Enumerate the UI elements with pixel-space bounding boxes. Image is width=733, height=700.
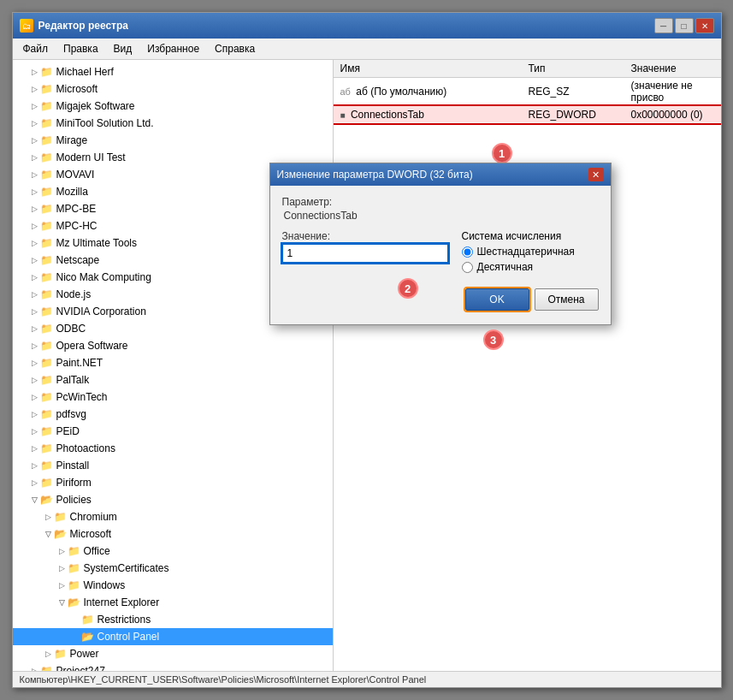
tree-item-pinstall[interactable]: ▷ 📁 Pinstall [13, 457, 333, 474]
expand-arrow: ▷ [57, 580, 68, 590]
tree-panel[interactable]: ▷ 📁 Michael Herf ▷ 📁 Microsoft ▷ 📁 Migaj… [13, 60, 334, 671]
tree-item-paintnet[interactable]: ▷ 📁 Paint.NET [13, 354, 333, 371]
tree-item-photoactions[interactable]: ▷ 📁 Photoactions [13, 440, 333, 457]
window-controls: ─ □ ✕ [654, 18, 714, 33]
tree-item-pcwintech[interactable]: ▷ 📁 PcWinTech [13, 389, 333, 406]
tree-label: Paint.NET [56, 357, 103, 369]
menu-view[interactable]: Вид [107, 40, 139, 57]
expand-arrow: ▷ [30, 426, 40, 436]
menu-edit[interactable]: Правка [56, 40, 105, 57]
tree-item-pdfsvg[interactable]: ▷ 📁 pdfsvg [13, 406, 333, 423]
tree-label: Windows [84, 579, 126, 591]
badge-2: 2 [398, 278, 418, 299]
radio-hex-option[interactable]: Шестнадцатеричная [462, 246, 599, 258]
tree-label: Netscape [56, 254, 100, 266]
tree-item-paltalk[interactable]: ▷ 📁 PalTalk [13, 371, 333, 389]
expand-arrow: ▷ [30, 135, 40, 145]
folder-icon: 📁 [40, 271, 54, 283]
tree-item-opera[interactable]: ▷ 📁 Opera Software [13, 337, 333, 354]
tree-item-migajek[interactable]: ▷ 📁 Migajek Software [13, 98, 333, 115]
tree-label: PcWinTech [56, 391, 108, 403]
radio-hex[interactable] [462, 246, 473, 258]
tree-item-systemcerts[interactable]: ▷ 📁 SystemCertificates [13, 560, 333, 577]
tree-item-control-panel[interactable]: 📂 Control Panel [13, 628, 333, 645]
tree-item-windows[interactable]: ▷ 📁 Windows [13, 577, 333, 594]
badge-1: 1 [492, 143, 512, 163]
tree-item-minitool[interactable]: ▷ 📁 MiniTool Solution Ltd. [13, 115, 333, 132]
value-input[interactable] [282, 244, 448, 263]
cancel-button[interactable]: Отмена [535, 288, 599, 311]
tree-item-office[interactable]: ▷ 📁 Office [13, 543, 333, 560]
tree-label: pdfsvg [56, 408, 86, 420]
folder-icon: 📁 [40, 425, 54, 437]
dialog-title-bar: Изменение параметра DWORD (32 бита) ✕ [270, 163, 611, 186]
tree-item-policies[interactable]: ▽ 📂 Policies [13, 491, 333, 508]
menu-file[interactable]: Файл [16, 40, 56, 57]
tree-label: Internet Explorer [84, 596, 160, 608]
folder-icon: 📁 [40, 306, 54, 317]
minimize-button[interactable]: ─ [654, 18, 673, 33]
tree-item-michael-herf[interactable]: ▷ 📁 Michael Herf [13, 63, 333, 80]
expand-arrow: ▷ [30, 101, 40, 111]
dialog-close-button[interactable]: ✕ [588, 168, 604, 181]
folder-open-icon: 📂 [54, 528, 68, 540]
folder-icon: 📁 [54, 511, 68, 523]
reg-type: REG_DWORD [522, 106, 624, 123]
expand-arrow [71, 614, 81, 625]
tree-item-power[interactable]: ▷ 📁 Power [13, 645, 333, 662]
tree-item-restrictions[interactable]: 📁 Restrictions [13, 611, 333, 628]
reg-value: 0x00000000 (0) [624, 106, 721, 123]
folder-icon: 📁 [40, 254, 54, 266]
expand-arrow: ▷ [30, 84, 40, 94]
dialog-dword: Изменение параметра DWORD (32 бита) ✕ Па… [269, 163, 612, 325]
folder-icon: 📁 [40, 134, 54, 146]
folder-icon: 📁 [40, 100, 54, 112]
expand-arrow: ▷ [30, 409, 40, 419]
folder-icon: 📁 [40, 186, 54, 198]
status-bar: Компьютер\HKEY_CURRENT_USER\Software\Pol… [13, 671, 721, 687]
tree-item-policies-microsoft[interactable]: ▽ 📂 Microsoft [13, 525, 333, 543]
col-name: Имя [334, 60, 522, 78]
tree-item-ie[interactable]: ▽ 📂 Internet Explorer [13, 594, 333, 611]
ok-button[interactable]: OK [465, 288, 529, 311]
right-panel: Имя Тип Значение аб аб (По умолчанию) RE… [334, 60, 721, 671]
tree-item-mirage[interactable]: ▷ 📁 Mirage [13, 132, 333, 149]
folder-icon: 📁 [40, 323, 54, 335]
folder-icon: 📁 [40, 340, 54, 352]
tree-label: Modern UI Test [56, 151, 126, 163]
tree-label: Nico Mak Computing [56, 271, 151, 283]
expand-arrow: ▷ [57, 563, 68, 573]
tree-item-project247[interactable]: ▷ 📁 Project247 [13, 662, 333, 671]
menu-favorites[interactable]: Избранное [140, 40, 206, 57]
tree-label: Michael Herf [56, 66, 114, 78]
expand-arrow: ▷ [44, 512, 54, 522]
close-button[interactable]: ✕ [695, 18, 714, 33]
table-row[interactable]: аб аб (По умолчанию) REG_SZ (значение не… [334, 78, 721, 106]
table-row-highlighted[interactable]: ■ ConnectionsTab REG_DWORD 0x00000000 (0… [334, 106, 721, 123]
expand-arrow: ▽ [57, 597, 68, 608]
folder-icon: 📁 [40, 665, 54, 671]
tree-item-microsoft[interactable]: ▷ 📁 Microsoft [13, 80, 333, 98]
app-icon: 🗂 [20, 19, 33, 33]
tree-label: Node.js [56, 288, 92, 300]
menu-help[interactable]: Справка [208, 40, 262, 57]
expand-arrow: ▷ [30, 272, 40, 282]
tree-item-piriform[interactable]: ▷ 📁 Piriform [13, 474, 333, 491]
tree-item-chromium[interactable]: ▷ 📁 Chromium [13, 508, 333, 525]
maximize-button[interactable]: □ [675, 18, 694, 33]
tree-label: Mozilla [56, 186, 88, 198]
tree-item-peid[interactable]: ▷ 📁 PEiD [13, 423, 333, 440]
tree-label: Mirage [56, 134, 88, 146]
reg-value: (значение не присво [624, 78, 721, 106]
param-label: Параметр: [282, 196, 599, 208]
radio-dec-option[interactable]: Десятичная [462, 261, 599, 273]
radio-dec[interactable] [462, 262, 473, 273]
tree-label: PEiD [56, 425, 80, 437]
system-label: Система исчисления [462, 230, 599, 242]
tree-label: Microsoft [70, 528, 112, 540]
tree-label: Chromium [70, 511, 117, 523]
param-value: ConnectionsTab [282, 210, 599, 222]
tree-label: Pinstall [56, 460, 90, 472]
reg-type: REG_SZ [522, 78, 624, 106]
expand-arrow: ▷ [30, 460, 40, 471]
